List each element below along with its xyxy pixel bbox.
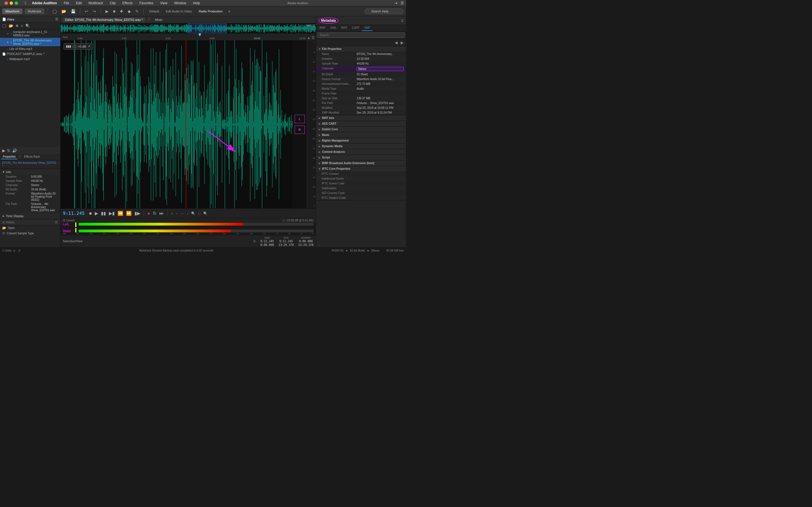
hamburger-icon[interactable]: ☰: [401, 1, 404, 5]
editor-tab[interactable]: Editor: EP155_The 4th Anniversary Show_E…: [63, 17, 145, 22]
redo-icon[interactable]: ↪: [92, 8, 97, 14]
overview-icon-2[interactable]: ☰: [312, 24, 315, 27]
properties-tab[interactable]: Properties: [1, 155, 17, 159]
skip-btn[interactable]: ⏭: [159, 210, 164, 217]
metadata-menu-icon[interactable]: ☰: [401, 19, 404, 22]
multitrack-menu[interactable]: Multitrack: [88, 1, 104, 6]
file-item[interactable]: ► ♪ computer-keyboard-1_fJ-N8MEd.wav: [0, 29, 60, 38]
file-item[interactable]: ► ♪ EP155_The 4th Anniversary Show_EDIT0…: [0, 38, 60, 46]
effects-rack-tab[interactable]: Effects Rack: [22, 155, 42, 159]
close-file-btn[interactable]: ✖: [15, 23, 19, 29]
new-file-icon[interactable]: ◯: [51, 8, 58, 14]
zoom-sel-btn[interactable]: 🔍: [190, 211, 196, 216]
files-menu-icon[interactable]: ☰: [55, 17, 58, 21]
file-item[interactable]: ♪ Wallpaper.mp3: [0, 56, 60, 61]
file-item[interactable]: 📄 PODCAST SAMPLE.sesx *: [0, 51, 60, 56]
dynamic-media-header[interactable]: ► Dynamic Media: [316, 144, 406, 149]
sort-btn[interactable]: ≡: [20, 23, 24, 29]
minimize-button[interactable]: [10, 1, 13, 5]
waveform-tab[interactable]: Waveform: [2, 8, 22, 14]
search-files-btn[interactable]: 🔍: [25, 23, 31, 29]
r-channel-box[interactable]: R: [295, 125, 305, 134]
effects-menu[interactable]: Effects: [121, 1, 134, 6]
meta-nav-next[interactable]: ▶: [400, 40, 405, 45]
info-section-header[interactable]: ▼ Info: [0, 169, 60, 175]
bwf-bext-header[interactable]: ► BWF Broadcast Audio Extension (bext): [316, 160, 406, 166]
window-menu[interactable]: Window: [173, 1, 187, 6]
history-item[interactable]: ⚙ Convert Sample Type: [0, 231, 60, 236]
file-item[interactable]: ♪ Life of Riley.mp3: [0, 46, 60, 51]
basic-header[interactable]: ► Basic: [316, 132, 406, 137]
zoom-full-btn[interactable]: □: [198, 211, 201, 216]
cursor-tool[interactable]: ▶: [104, 8, 110, 14]
pencil-tool[interactable]: ✎: [134, 8, 140, 14]
selection-tool[interactable]: ■: [112, 8, 116, 14]
overview-icon-1[interactable]: 🎮: [307, 24, 311, 27]
undo-icon[interactable]: ↩: [84, 8, 90, 14]
go-start-btn[interactable]: ▶▮: [108, 210, 115, 217]
edit-menu[interactable]: Edit: [75, 1, 83, 6]
razor-tool[interactable]: ✚: [119, 8, 124, 14]
zoom-settings-icon[interactable]: ☰: [311, 36, 315, 40]
rights-header[interactable]: ► Rights Management: [316, 138, 406, 143]
waveform-main[interactable]: ▮▮▮ ◯ +0 dB ↗ L: [61, 40, 316, 208]
stop-btn[interactable]: ■: [89, 210, 93, 217]
meta-nav-prev[interactable]: ◀: [394, 40, 399, 45]
rewind-btn[interactable]: ⏪: [117, 210, 124, 217]
close-button[interactable]: [4, 1, 8, 5]
meta-tab-cart[interactable]: CART: [350, 25, 362, 31]
gain-expand-icon[interactable]: ↗: [88, 45, 90, 48]
help-menu[interactable]: Help: [192, 1, 201, 6]
mixer-tab[interactable]: Mixer: [153, 17, 165, 22]
metadata-search-input[interactable]: [317, 33, 405, 38]
fast-forward-btn[interactable]: ⏩: [125, 210, 132, 217]
file-menu[interactable]: File: [63, 1, 70, 6]
status-trash[interactable]: 🗑: [18, 249, 21, 252]
pause-btn[interactable]: ▮▮: [100, 210, 107, 217]
l-channel-box[interactable]: L: [295, 115, 305, 123]
file-properties-header[interactable]: ▼ File Properties: [316, 46, 406, 52]
clip-menu[interactable]: Clip: [109, 1, 117, 6]
aes-cart-header[interactable]: ► AES CART: [316, 121, 406, 126]
content-analysis-header[interactable]: ► Content Analysis: [316, 149, 406, 155]
go-end-btn[interactable]: ▮▶: [134, 210, 141, 217]
dublin-core-header[interactable]: ► Dublin Core: [316, 127, 406, 132]
view-menu[interactable]: View: [159, 1, 169, 6]
workspace-more[interactable]: »: [227, 8, 231, 14]
record-btn[interactable]: ●: [147, 210, 151, 217]
save-icon[interactable]: 💾: [70, 8, 77, 14]
zoom-fit-h-btn[interactable]: ↔: [180, 211, 184, 216]
time-display-section-header[interactable]: ► Time Display: [0, 214, 60, 219]
sel-view-menu[interactable]: ☰: [253, 240, 256, 243]
workspace-radio[interactable]: Radio Production: [196, 9, 225, 13]
history-trash-icon[interactable]: 🗑: [55, 220, 58, 224]
meta-tab-ixml[interactable]: iXML: [328, 25, 339, 31]
search-input[interactable]: [364, 8, 404, 14]
meta-tab-riff[interactable]: RIFF: [339, 25, 350, 31]
zoom-in-icon[interactable]: ▲: [307, 36, 310, 40]
zoom-in-btn[interactable]: +: [170, 211, 173, 216]
script-header[interactable]: ► Script: [316, 155, 406, 160]
editor-settings-icon[interactable]: ☰: [148, 18, 151, 22]
favorites-menu[interactable]: Favorites: [138, 1, 155, 6]
meta-tab-bwf[interactable]: BWF: [317, 25, 328, 31]
meta-tab-xmp[interactable]: XMP: [362, 25, 372, 31]
maximize-button[interactable]: [15, 1, 18, 5]
multitrack-tab[interactable]: Multitrack: [25, 8, 44, 14]
play-btn[interactable]: ▶: [94, 210, 99, 217]
app-name[interactable]: Adobe Audition: [31, 1, 58, 6]
new-file-btn[interactable]: ◯: [2, 23, 7, 29]
workspace-edit-audio[interactable]: Edit Audio to Video: [164, 9, 194, 13]
zoom-fit-v-btn[interactable]: ↕: [186, 211, 189, 216]
zoom-out-btn[interactable]: −: [175, 211, 178, 216]
open-file-btn[interactable]: 📂: [8, 23, 14, 29]
history-item[interactable]: 📂 Open: [0, 225, 60, 231]
waveform-overview[interactable]: 🎮 ☰: [61, 23, 316, 34]
loop-btn[interactable]: ↻: [152, 210, 157, 217]
iptc-core-header[interactable]: ▼ IPTC Core Properties: [316, 166, 406, 171]
zoom-extra-btn[interactable]: 🔍: [203, 211, 208, 216]
apple-menu[interactable]: : [25, 1, 26, 5]
volume-btn[interactable]: 🔊: [12, 148, 17, 153]
open-icon[interactable]: 📂: [60, 8, 67, 14]
play-btn[interactable]: ▶: [2, 148, 5, 153]
